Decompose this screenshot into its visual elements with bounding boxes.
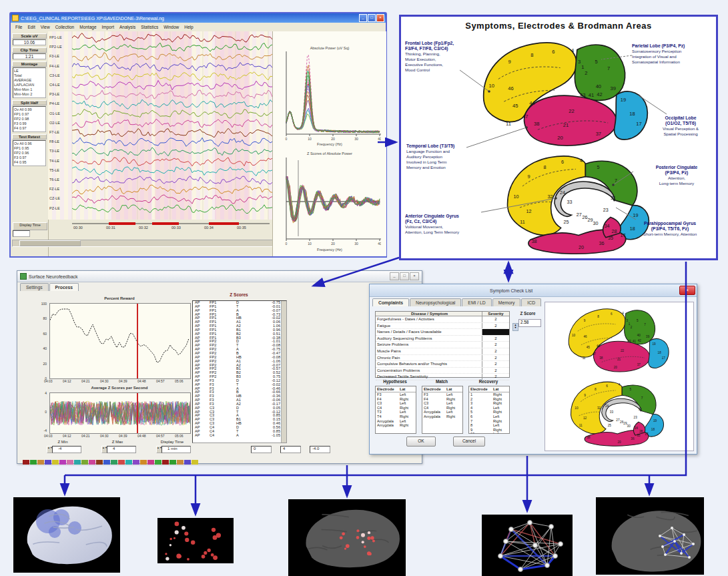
- eeg-trace-area[interactable]: FP1-LEFP2-LEF3-LEF4-LEC3-LEC4-LEP3-LEP4-…: [48, 31, 272, 220]
- chart1-xtick: 04:30: [100, 379, 109, 383]
- chart1-ytick: 20: [37, 362, 47, 366]
- listbox-hypotheses[interactable]: ElectrodeLatF3LeftF4RightC3LeftC4RightT3…: [375, 386, 416, 434]
- brain-medial-small: [567, 377, 672, 447]
- menu-import[interactable]: Import: [99, 25, 117, 29]
- listbox-recovery[interactable]: ElectrodeLat1Right2Right3Right4Left5Righ…: [468, 386, 510, 434]
- label-frontal-lobe: Frontal Lobe (Fp1/Fp2, F3/F4, F7/F8, C3/…: [405, 41, 480, 73]
- symptom-checklist-window: Symptom Check List × ComplaintsNeuropsyc…: [369, 284, 697, 455]
- timeline-label: 00:31: [106, 226, 115, 230]
- brain-image-dot-cluster: [157, 518, 234, 563]
- sidebar-list[interactable]: Ov All 0.96FP1 0.95FP2 0.96F3 0.97F4 0.9…: [13, 140, 46, 166]
- zscore-table[interactable]: APFP1D-0.75APFP1T-0.01APFP1A-0.07APFP1B-…: [192, 300, 287, 443]
- menu-collection[interactable]: Collection: [53, 25, 77, 29]
- timeline-label: 00:32: [139, 226, 148, 230]
- chart1-ytick: 40: [37, 346, 47, 350]
- channel-label-CZ-LE: CZ-LE: [49, 196, 71, 200]
- listbox-title-recovery: Recovery: [468, 379, 508, 384]
- minimize-button[interactable]: _: [359, 14, 367, 22]
- zscore-spinner[interactable]: ▲▼2.58: [512, 319, 541, 331]
- eeg-scrollbar-thumb[interactable]: [19, 240, 81, 246]
- tab-process[interactable]: Process: [49, 283, 79, 291]
- channel-label-T4-LE: T4-LE: [49, 159, 71, 163]
- chart1-xtick: 04:48: [137, 379, 146, 383]
- display-time-field[interactable]: [13, 230, 30, 237]
- symptom-brains-panel: [544, 302, 694, 451]
- psd-bottom-title: Z Scores of Absolute Power: [276, 152, 383, 156]
- symptom-titlebar[interactable]: Symptom Check List ×: [370, 284, 697, 297]
- tab-memory[interactable]: Memory: [492, 298, 521, 306]
- channel-label-P4-LE: P4-LE: [49, 101, 71, 105]
- symptom-row[interactable]: Names / Details / Faces Unavailable2: [376, 329, 509, 336]
- chart1-xtick: 04:21: [81, 379, 90, 383]
- symptom-row[interactable]: Fatigue2: [376, 323, 509, 330]
- symptom-row[interactable]: Concentration Problems2: [376, 368, 509, 374]
- sidebar-value: 1:21: [13, 53, 46, 59]
- symptom-row[interactable]: Auditory Sequencing Problems2: [376, 336, 509, 342]
- channel-label-F3-LE: F3-LE: [49, 54, 71, 58]
- svg-text:30: 30: [354, 242, 358, 246]
- symptom-list[interactable]: Disease / Symptom Severity Forgetfulness…: [375, 311, 510, 378]
- tab-settings[interactable]: Settings: [20, 283, 49, 291]
- menu-edit[interactable]: Edit: [25, 25, 37, 29]
- menu-view[interactable]: View: [38, 25, 53, 29]
- sidebar-header-montage[interactable]: Montage: [12, 61, 47, 67]
- sidebar-list[interactable]: Ov All 0.99FP1 0.97FP2 0.98F3 0.99F4 0.9…: [13, 106, 46, 132]
- menu-analysis[interactable]: Analysis: [117, 25, 138, 29]
- eeg-body: Scale uV10.06Clip Time1:21MontageLETotal…: [11, 31, 386, 256]
- symptom-row[interactable]: Seizure Problems2: [376, 342, 509, 348]
- svg-text:10: 10: [308, 137, 312, 141]
- sidebar-header-split-half[interactable]: Split Half: [12, 100, 47, 105]
- ztable-scrollbar[interactable]: [281, 301, 286, 443]
- menu-window[interactable]: Window: [161, 25, 181, 29]
- eeg-titlebar[interactable]: C:\EEG_CLINICAL REPORTS\EEG XP\SAVED\DON…: [11, 13, 386, 23]
- symptom-row[interactable]: Forgetfulness - Dates / Activities2: [376, 316, 509, 323]
- close-button[interactable]: ×: [410, 272, 419, 280]
- footer-field[interactable]: -4.0: [310, 446, 330, 453]
- tab-emi-ld[interactable]: EMI / LD: [462, 298, 491, 306]
- avg-zscore-chart: [49, 392, 191, 434]
- tab-complaints[interactable]: Complaints: [372, 298, 409, 306]
- close-button[interactable]: ×: [376, 14, 384, 22]
- sidebar-header-scale-uv[interactable]: Scale uV: [12, 33, 47, 39]
- sidebar-header-clip-time[interactable]: Clip Time: [12, 47, 47, 53]
- menu-montage[interactable]: Montage: [77, 25, 99, 29]
- chart2-xtick: 04:39: [119, 434, 127, 438]
- close-button[interactable]: ×: [679, 286, 695, 295]
- chart1-xtick: 04:12: [63, 379, 71, 383]
- svg-text:10: 10: [308, 242, 312, 246]
- control-field[interactable]: 4: [107, 446, 136, 453]
- chart1-ytick: 80: [37, 316, 47, 320]
- channel-label-PZ-LE: PZ-LE: [49, 206, 71, 210]
- label-temporal-lobe: Temporal Lobe (T3/T5)Language Function a…: [406, 143, 486, 170]
- channel-label-O2-LE: O2-LE: [49, 121, 71, 125]
- symptom-row[interactable]: Chronic Pain2: [376, 355, 509, 362]
- channel-label-F4-LE: F4-LE: [49, 64, 71, 68]
- menu-file[interactable]: File: [13, 25, 25, 29]
- chart2-ytick: -4: [37, 428, 47, 433]
- maximize-button[interactable]: □: [368, 14, 376, 22]
- maximize-button[interactable]: □: [400, 272, 409, 280]
- listbox-match[interactable]: ElectrodeLatF3LeftF4RightC3LeftC4RightAm…: [422, 386, 463, 434]
- symptom-row[interactable]: Muscle Pains2: [376, 348, 509, 355]
- minimize-button[interactable]: _: [390, 272, 399, 280]
- menu-help[interactable]: Help: [181, 25, 196, 29]
- sidebar-header-test-retest[interactable]: Test Retest: [12, 134, 47, 139]
- brain-image-red-sources: [288, 499, 406, 576]
- svg-text:20: 20: [331, 137, 335, 141]
- symptom-row[interactable]: Compulsive Behaviors and/or Thoughts2: [376, 361, 509, 368]
- label-anterior-cingulate: Anterior Cingulate Gyrus (Fz, Cz, C3/C4)…: [405, 214, 505, 235]
- ztable-row[interactable]: APC4A-1.05: [193, 434, 286, 438]
- percent-reward-chart: [49, 303, 191, 379]
- footer-field[interactable]: 0: [251, 446, 272, 453]
- menu-statistics[interactable]: Statistics: [138, 25, 161, 29]
- control-field[interactable]: -4: [52, 446, 81, 453]
- cancel-button[interactable]: Cancel: [453, 437, 485, 447]
- neurofeedback-window: Surface Neurofeedback _ □ × SettingsProc…: [17, 270, 422, 464]
- neurofeedback-titlebar[interactable]: Surface Neurofeedback _ □ ×: [17, 271, 422, 282]
- tab-neuropsychological[interactable]: Neuropsychological: [410, 298, 461, 306]
- tab-icd[interactable]: ICD: [521, 298, 541, 306]
- sidebar-list[interactable]: LETotalAVERAGELAPLACIANMini-Mon 1Mini-Mo…: [13, 67, 46, 98]
- control-field[interactable]: 1 min: [161, 446, 191, 453]
- ok-button[interactable]: OK: [406, 437, 436, 447]
- footer-field[interactable]: 4: [280, 446, 301, 453]
